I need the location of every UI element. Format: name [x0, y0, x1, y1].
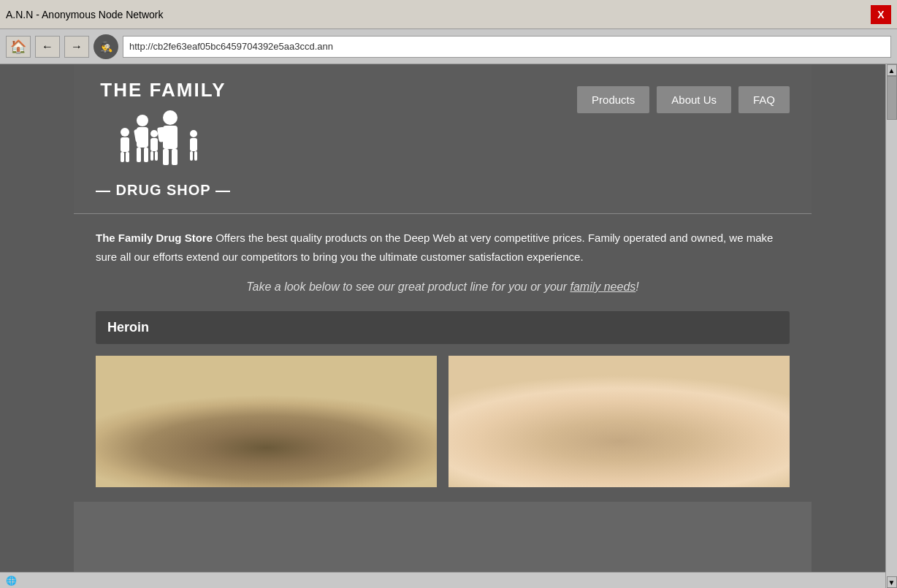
svg-rect-21	[190, 138, 197, 151]
title-bar: A.N.N - Anonymous Node Network X	[0, 0, 897, 29]
family-svg	[104, 107, 221, 173]
heroin-section-header: Heroin	[96, 311, 790, 344]
powder-image-2	[448, 356, 790, 487]
intro-tagline: Take a look below to see our great produ…	[96, 280, 790, 294]
site-logo: THE FAMILY	[96, 79, 231, 199]
svg-rect-13	[121, 137, 129, 152]
products-nav-button[interactable]: Products	[577, 86, 649, 113]
svg-rect-2	[137, 148, 141, 162]
svg-point-16	[150, 130, 158, 137]
address-text: http://cb2fe63eaf05bc6459704392e5aa3ccd.…	[129, 41, 333, 52]
close-button[interactable]: X	[871, 5, 891, 24]
svg-rect-9	[172, 149, 178, 165]
intro-paragraph: The Family Drug Store Offers the best qu…	[96, 229, 790, 266]
page-container: THE FAMILY	[74, 64, 812, 588]
intro-bold: The Family Drug Store	[96, 232, 213, 244]
address-bar[interactable]: http://cb2fe63eaf05bc6459704392e5aa3ccd.…	[123, 36, 891, 58]
faq-nav-button[interactable]: FAQ	[738, 86, 790, 113]
svg-rect-19	[155, 151, 158, 161]
home-button[interactable]: 🏠	[6, 36, 31, 58]
family-icon	[104, 107, 221, 176]
site-content: The Family Drug Store Offers the best qu…	[74, 214, 812, 502]
spy-icon: 🕵	[93, 34, 118, 59]
svg-rect-15	[126, 152, 129, 162]
product-grid	[96, 356, 790, 487]
about-nav-button[interactable]: About Us	[657, 86, 731, 113]
scrollbar-arrow-up[interactable]: ▲	[887, 64, 897, 76]
logo-subtitle: — DRUG SHOP —	[96, 182, 231, 199]
tagline-text: Take a look below to see our great produ…	[246, 280, 567, 293]
scrollbar[interactable]: ▲ ▼	[885, 64, 897, 588]
product-image-2	[448, 356, 790, 487]
forward-button[interactable]: →	[64, 36, 89, 58]
svg-rect-18	[150, 151, 153, 161]
back-button[interactable]: ←	[35, 36, 60, 58]
scrollbar-arrow-down[interactable]: ▼	[887, 576, 897, 588]
tagline-link[interactable]: family needs	[570, 280, 635, 293]
browser-content: THE FAMILY	[0, 64, 897, 588]
svg-point-12	[121, 128, 129, 137]
tagline-end: !	[635, 280, 638, 293]
powder-image-1	[96, 356, 437, 487]
svg-rect-14	[121, 152, 124, 162]
svg-rect-8	[163, 149, 169, 165]
svg-point-0	[137, 115, 148, 126]
nav-bar: 🏠 ← → 🕵 http://cb2fe63eaf05bc6459704392e…	[0, 29, 897, 64]
site-nav: Products About Us FAQ	[577, 86, 790, 113]
svg-point-20	[190, 130, 197, 137]
window-title: A.N.N - Anonymous Node Network	[6, 9, 164, 20]
svg-rect-3	[144, 148, 148, 162]
logo-title: THE FAMILY	[100, 79, 226, 102]
status-bar: 🌐	[0, 572, 885, 588]
svg-rect-17	[150, 138, 158, 151]
product-image-1	[96, 356, 437, 487]
status-globe-icon: 🌐	[6, 576, 17, 586]
scrollbar-thumb[interactable]	[887, 76, 897, 120]
svg-rect-22	[190, 151, 193, 161]
svg-point-6	[163, 110, 178, 125]
site-header: THE FAMILY	[74, 64, 812, 214]
page-wrapper: THE FAMILY	[0, 64, 885, 588]
svg-rect-23	[194, 151, 197, 161]
